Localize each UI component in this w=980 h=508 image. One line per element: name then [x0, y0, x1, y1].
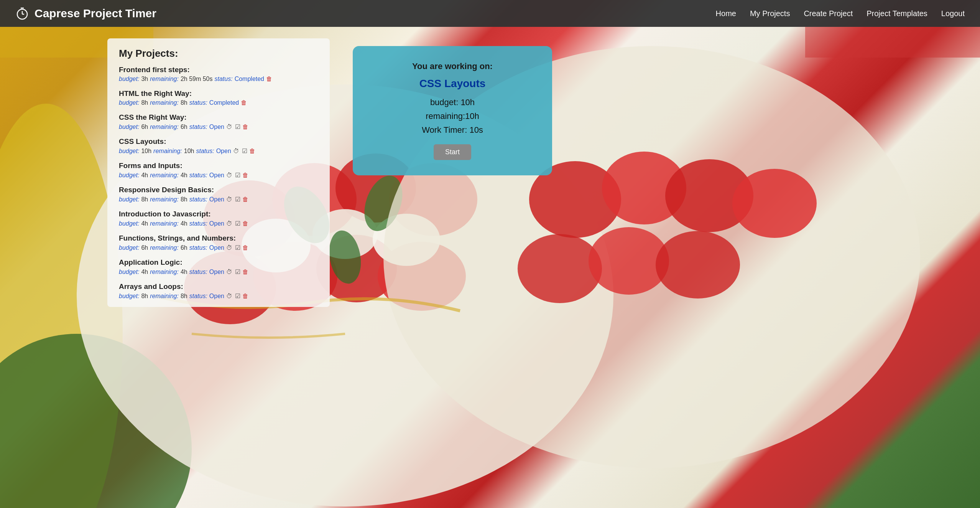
project-item: CSS Layouts:budget: 10h remaining: 10h s… [119, 137, 318, 155]
remaining-label: remaining: [150, 124, 179, 130]
status-label: status: [189, 293, 207, 300]
budget-label: budget: [119, 148, 139, 155]
budget-label: budget: [119, 269, 139, 275]
nav-home[interactable]: Home [716, 9, 736, 18]
remaining-label: remaining: [150, 196, 179, 203]
budget-value: 4h [141, 172, 148, 179]
remaining-label: remaining: [150, 244, 179, 251]
remaining-label: remaining: [153, 148, 182, 155]
budget-label: budget: [119, 172, 139, 179]
project-meta: budget: 8h remaining: 8h status: Open ⏱ … [119, 292, 318, 300]
clock-icon[interactable]: ⏱ [226, 220, 233, 227]
timer-start-button[interactable]: Start [434, 144, 471, 160]
delete-icon[interactable]: 🗑 [249, 148, 255, 155]
project-item: Functions, Strings, and Numbers:budget: … [119, 234, 318, 251]
navbar: Caprese Project Timer Home My Projects C… [0, 0, 980, 27]
nav-project-templates[interactable]: Project Templates [867, 9, 927, 18]
project-name: CSS Layouts: [119, 137, 318, 146]
nav-logout[interactable]: Logout [941, 9, 965, 18]
check-icon[interactable]: ☑ [235, 244, 240, 251]
remaining-label: remaining: [150, 76, 179, 82]
status-value: Open [209, 244, 224, 251]
timer-work-timer: Work Timer: 10s [372, 125, 533, 135]
budget-value: 4h [141, 220, 148, 227]
delete-icon[interactable]: 🗑 [242, 244, 248, 251]
clock-icon[interactable]: ⏱ [233, 148, 240, 155]
timer-project-name: CSS Layouts [372, 78, 533, 90]
projects-panel: My Projects: Frontend first steps:budget… [107, 38, 330, 307]
budget-label: budget: [119, 124, 139, 130]
clock-icon[interactable]: ⏱ [226, 196, 233, 203]
remaining-value: 8h [181, 99, 187, 106]
check-icon[interactable]: ☑ [242, 147, 247, 155]
check-icon[interactable]: ☑ [235, 292, 240, 300]
budget-value: 8h [141, 99, 148, 106]
status-value: Open [209, 269, 224, 275]
timer-panel: You are working on: CSS Layouts budget: … [353, 46, 552, 175]
main-content: My Projects: Frontend first steps:budget… [0, 27, 980, 508]
project-meta: budget: 3h remaining: 2h 59m 50s status:… [119, 76, 318, 82]
budget-value: 8h [141, 196, 148, 203]
remaining-value: 4h [181, 220, 187, 227]
project-meta: budget: 8h remaining: 8h status: Complet… [119, 99, 318, 106]
status-value: Completed [209, 99, 239, 106]
project-name: Responsive Design Basics: [119, 186, 318, 194]
status-label: status: [189, 244, 207, 251]
project-name: Forms and Inputs: [119, 162, 318, 170]
remaining-value: 2h 59m 50s [181, 76, 213, 82]
remaining-label: remaining: [150, 172, 179, 179]
status-value: Completed [235, 76, 264, 82]
check-icon[interactable]: ☑ [235, 268, 240, 275]
remaining-value: 8h [181, 196, 187, 203]
status-value: Open [209, 196, 224, 203]
status-label: status: [196, 148, 214, 155]
project-meta: budget: 6h remaining: 6h status: Open ⏱ … [119, 244, 318, 251]
project-item: Frontend first steps:budget: 3h remainin… [119, 66, 318, 82]
remaining-label: remaining: [150, 220, 179, 227]
status-value: Open [209, 124, 224, 130]
delete-icon[interactable]: 🗑 [242, 269, 248, 275]
project-name: Frontend first steps: [119, 66, 318, 74]
timer-budget: budget: 10h [372, 97, 533, 107]
delete-icon[interactable]: 🗑 [242, 220, 248, 227]
project-item: HTML the Right Way:budget: 8h remaining:… [119, 89, 318, 106]
budget-value: 6h [141, 124, 148, 130]
nav-my-projects[interactable]: My Projects [750, 9, 790, 18]
status-value: Open [209, 293, 224, 300]
budget-value: 3h [141, 76, 148, 82]
status-label: status: [189, 124, 207, 130]
project-meta: budget: 6h remaining: 6h status: Open ⏱ … [119, 123, 318, 130]
check-icon[interactable]: ☑ [235, 172, 240, 179]
delete-icon[interactable]: 🗑 [241, 99, 247, 106]
app-title: Caprese Project Timer [35, 7, 156, 20]
budget-value: 8h [141, 293, 148, 300]
projects-heading: My Projects: [119, 48, 318, 59]
delete-icon[interactable]: 🗑 [242, 293, 248, 300]
check-icon[interactable]: ☑ [235, 220, 240, 227]
clock-icon[interactable]: ⏱ [226, 293, 233, 300]
clock-icon[interactable]: ⏱ [226, 172, 233, 179]
delete-icon[interactable]: 🗑 [242, 172, 248, 179]
timer-working-label: You are working on: [372, 61, 533, 71]
clock-icon[interactable]: ⏱ [226, 244, 233, 251]
nav-links: Home My Projects Create Project Project … [716, 9, 965, 18]
budget-label: budget: [119, 99, 139, 106]
check-icon[interactable]: ☑ [235, 123, 240, 130]
budget-label: budget: [119, 220, 139, 227]
nav-create-project[interactable]: Create Project [804, 9, 853, 18]
status-value: Open [216, 148, 231, 155]
project-name: HTML the Right Way: [119, 89, 318, 98]
delete-icon[interactable]: 🗑 [242, 124, 248, 130]
project-name: Functions, Strings, and Numbers: [119, 234, 318, 242]
delete-icon[interactable]: 🗑 [266, 76, 272, 82]
check-icon[interactable]: ☑ [235, 196, 240, 203]
budget-label: budget: [119, 76, 139, 82]
budget-label: budget: [119, 196, 139, 203]
project-item: Forms and Inputs:budget: 4h remaining: 4… [119, 162, 318, 179]
delete-icon[interactable]: 🗑 [242, 196, 248, 203]
project-meta: budget: 8h remaining: 8h status: Open ⏱ … [119, 196, 318, 203]
clock-icon[interactable]: ⏱ [226, 124, 233, 130]
clock-icon[interactable]: ⏱ [226, 269, 233, 275]
project-meta: budget: 4h remaining: 4h status: Open ⏱ … [119, 220, 318, 227]
remaining-value: 10h [184, 148, 194, 155]
